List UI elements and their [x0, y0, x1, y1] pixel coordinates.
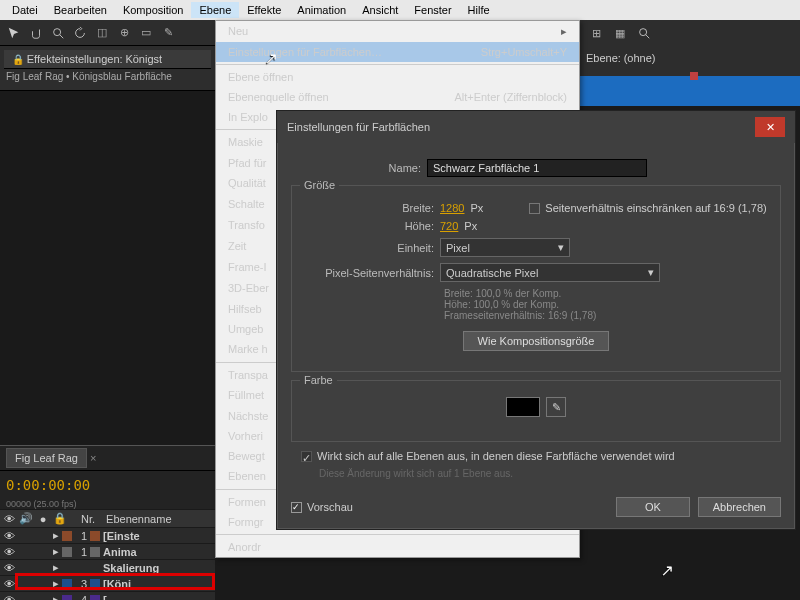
- height-label: Höhe:: [304, 220, 434, 232]
- menu-bearbeiten[interactable]: Bearbeiten: [46, 2, 115, 18]
- selection-tool-icon[interactable]: [4, 23, 24, 43]
- menu-item[interactable]: Anordr: [216, 537, 579, 557]
- svg-point-1: [640, 29, 647, 36]
- menu-item[interactable]: Ebene öffnen: [216, 67, 579, 87]
- highlight-layer-row: [15, 573, 215, 590]
- info-frame-aspect: Frameseitenverhältnis: 16:9 (1,78): [444, 310, 768, 321]
- camera-tool-icon[interactable]: ◫: [92, 23, 112, 43]
- cancel-button[interactable]: Abbrechen: [698, 497, 781, 517]
- timeline-row[interactable]: 👁 ▸ 4 [: [0, 591, 215, 600]
- unit-label: Einheit:: [304, 242, 434, 254]
- affect-all-checkbox: ✓ Wirkt sich auf alle Ebenen aus, in den…: [301, 450, 781, 462]
- menu-animation[interactable]: Animation: [289, 2, 354, 18]
- layer-dropdown-value[interactable]: (ohne): [624, 52, 656, 64]
- shape-tool-icon[interactable]: ▭: [136, 23, 156, 43]
- snap-icon[interactable]: ⊞: [586, 23, 606, 43]
- grid-icon[interactable]: ▦: [610, 23, 630, 43]
- name-input[interactable]: [427, 159, 647, 177]
- search-icon[interactable]: [634, 23, 654, 43]
- menu-komposition[interactable]: Komposition: [115, 2, 192, 18]
- menu-item[interactable]: Ebenenquelle öffnenAlt+Enter (Ziffernblo…: [216, 87, 579, 107]
- timeline-row[interactable]: 👁 ▸ 1 [Einste: [0, 527, 215, 543]
- ok-button[interactable]: OK: [616, 497, 690, 517]
- timeline-row[interactable]: 👁 ▸ 1 Anima: [0, 543, 215, 559]
- zoom-tool-icon[interactable]: [48, 23, 68, 43]
- par-select[interactable]: Quadratische Pixel▾: [440, 263, 660, 282]
- size-fieldset: Größe Breite: 1280 Px Seitenverhältnis e…: [291, 185, 781, 372]
- color-fieldset: Farbe ✎: [291, 380, 781, 442]
- unit-select[interactable]: Pixel▾: [440, 238, 570, 257]
- menu-item[interactable]: Neu▸: [216, 21, 579, 42]
- info-height: Höhe: 100,0 % der Komp.: [444, 299, 768, 310]
- timeline-bar-right[interactable]: [580, 76, 800, 106]
- info-width: Breite: 100,0 % der Komp.: [444, 288, 768, 299]
- toolbar-right: ⊞ ▦: [580, 20, 800, 46]
- width-label: Breite:: [304, 202, 434, 214]
- hand-tool-icon[interactable]: [26, 23, 46, 43]
- timecode-sub: 00000 (25.00 fps): [0, 499, 215, 509]
- layer-dropdown-label: Ebene:: [586, 52, 621, 64]
- comp-size-button[interactable]: Wie Kompositionsgröße: [463, 331, 610, 351]
- timeline-columns-header: 👁🔊●🔒 Nr. Ebenenname: [0, 509, 215, 527]
- menu-ansicht[interactable]: Ansicht: [354, 2, 406, 18]
- menu-fenster[interactable]: Fenster: [406, 2, 459, 18]
- pen-tool-icon[interactable]: ✎: [158, 23, 178, 43]
- aspect-lock-checkbox[interactable]: Seitenverhältnis einschränken auf 16:9 (…: [529, 202, 766, 214]
- effect-settings-panel: 🔒 Effekteinstellungen: Königst Fig Leaf …: [0, 46, 215, 91]
- width-value[interactable]: 1280: [440, 202, 464, 214]
- menu-effekte[interactable]: Effekte: [239, 2, 289, 18]
- eyedropper-icon[interactable]: ✎: [546, 397, 566, 417]
- rotate-tool-icon[interactable]: [70, 23, 90, 43]
- name-label: Name:: [291, 162, 421, 174]
- anchor-tool-icon[interactable]: ⊕: [114, 23, 134, 43]
- par-label: Pixel-Seitenverhältnis:: [304, 267, 434, 279]
- menu-ebene[interactable]: Ebene: [191, 2, 239, 18]
- dialog-title-text: Einstellungen für Farbflächen: [287, 121, 430, 133]
- menu-hilfe[interactable]: Hilfe: [460, 2, 498, 18]
- close-icon[interactable]: ✕: [755, 117, 785, 137]
- affect-note: Diese Änderung wirkt sich auf 1 Ebene au…: [319, 468, 781, 479]
- svg-point-0: [54, 28, 61, 35]
- color-swatch[interactable]: [506, 397, 540, 417]
- preview-checkbox[interactable]: ✓ Vorschau: [291, 501, 353, 513]
- menu-datei[interactable]: Datei: [4, 2, 46, 18]
- height-value[interactable]: 720: [440, 220, 458, 232]
- timeline-marker[interactable]: [690, 72, 698, 80]
- timeline-tab[interactable]: Fig Leaf Rag: [6, 448, 87, 468]
- dialog-titlebar[interactable]: Einstellungen für Farbflächen ✕: [277, 111, 795, 143]
- effect-panel-path: Fig Leaf Rag • Königsblau Farbfläche: [4, 69, 211, 84]
- effect-panel-header: 🔒 Effekteinstellungen: Königst: [4, 50, 211, 69]
- solid-settings-dialog: Einstellungen für Farbflächen ✕ Name: Gr…: [276, 110, 796, 530]
- timecode-display[interactable]: 0:00:00:00: [0, 471, 215, 499]
- menubar: Datei Bearbeiten Komposition Ebene Effek…: [0, 0, 800, 20]
